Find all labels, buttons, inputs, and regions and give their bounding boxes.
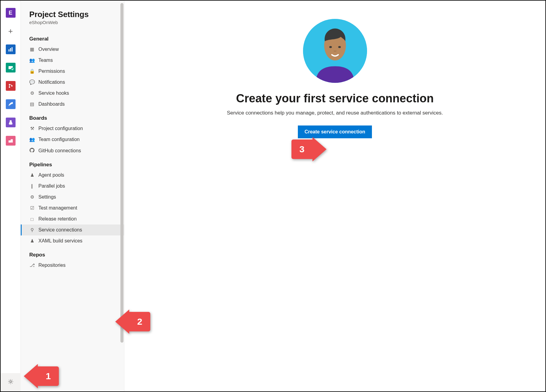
svg-rect-2: [12, 47, 12, 51]
test-mgmt-nav-icon: ☑: [29, 205, 35, 211]
arrow-right-icon: [312, 137, 327, 161]
section-general: General: [21, 30, 124, 44]
nav-test-management[interactable]: ☑ Test management: [21, 203, 124, 214]
nav-label: Service connections: [38, 227, 82, 233]
nav-repositories[interactable]: ⎇ Repositories: [21, 260, 124, 271]
rail-project-badge[interactable]: E: [4, 6, 17, 19]
nav-team-configuration[interactable]: 👥 Team configuration: [21, 134, 124, 145]
project-config-nav-icon: ⚒: [29, 126, 35, 131]
app-root: E +: [1, 1, 545, 391]
arrow-left-icon: [115, 309, 129, 334]
project-initial-badge: E: [6, 8, 16, 18]
dashboards-nav-icon: ▤: [29, 101, 35, 107]
repos-icon: [6, 81, 16, 91]
callout-2: 2: [115, 309, 150, 334]
arrow-left-icon: [24, 364, 38, 388]
overview-nav-icon: ▦: [29, 47, 35, 52]
settings-scroll[interactable]: Project Settings eShopOnWeb General ▦ Ov…: [21, 1, 124, 391]
nav-label: Release retention: [38, 216, 77, 222]
nav-pipeline-settings[interactable]: ⚙ Settings: [21, 192, 124, 203]
nav-label: XAML build services: [38, 238, 82, 244]
nav-label: GitHub connections: [38, 148, 81, 154]
notifications-nav-icon: 💬: [29, 79, 35, 85]
nav-notifications[interactable]: 💬 Notifications: [21, 77, 124, 88]
svg-rect-1: [10, 48, 11, 51]
xaml-nav-icon: ♟: [29, 238, 35, 244]
rail-repos[interactable]: [4, 79, 17, 93]
nav-label: Test management: [38, 205, 77, 211]
nav-teams[interactable]: 👥 Teams: [21, 55, 124, 66]
svg-point-14: [338, 46, 341, 48]
team-config-nav-icon: 👥: [29, 137, 35, 142]
service-hooks-nav-icon: ⚙: [29, 90, 35, 96]
section-repos: Repos: [21, 246, 124, 260]
nav-parallel-jobs[interactable]: ∥ Parallel jobs: [21, 181, 124, 192]
callout-3: 3: [291, 137, 327, 161]
nav-github-connections[interactable]: GitHub connections: [21, 145, 124, 156]
svg-point-6: [9, 87, 10, 88]
settings-title: Project Settings: [29, 10, 116, 19]
nav-overview[interactable]: ▦ Overview: [21, 44, 124, 55]
callout-2-label: 2: [129, 312, 150, 331]
rail-test-plans[interactable]: [4, 116, 17, 129]
teams-nav-icon: 👥: [29, 58, 35, 63]
callout-1: 1: [24, 364, 59, 388]
nav-label: Project configuration: [38, 126, 83, 131]
gear-icon: [8, 379, 14, 386]
callout-1-label: 1: [38, 366, 59, 386]
nav-permissions[interactable]: 🔒 Permissions: [21, 66, 124, 77]
rail-project-settings[interactable]: [1, 373, 21, 391]
nav-label: Agent pools: [38, 172, 64, 178]
parallel-jobs-nav-icon: ∥: [29, 183, 35, 189]
pipelines-icon: [6, 99, 16, 109]
nav-service-hooks[interactable]: ⚙ Service hooks: [21, 88, 124, 99]
rail-overview[interactable]: [4, 43, 17, 56]
svg-point-8: [9, 105, 10, 106]
section-pipelines: Pipelines: [21, 156, 124, 170]
github-nav-icon: [29, 148, 35, 154]
main-content: Create your first service connection Ser…: [124, 1, 545, 391]
nav-label: Permissions: [38, 69, 65, 74]
settings-subtitle: eShopOnWeb: [29, 20, 116, 25]
rail-boards[interactable]: [4, 61, 17, 74]
hero-description: Service connections help you manage, pro…: [227, 109, 443, 117]
section-boards: Boards: [21, 110, 124, 123]
nav-label: Dashboards: [38, 101, 65, 107]
nav-service-connections[interactable]: ⚲ Service connections: [21, 224, 124, 235]
nav-label: Teams: [38, 58, 53, 63]
rail-pipelines[interactable]: [4, 97, 17, 111]
nav-agent-pools[interactable]: ♟ Agent pools: [21, 170, 124, 181]
nav-release-retention[interactable]: □ Release retention: [21, 214, 124, 224]
hero-avatar: [303, 19, 367, 83]
nav-label: Notifications: [38, 79, 65, 85]
nav-xaml-build-services[interactable]: ♟ XAML build services: [21, 235, 124, 246]
rail-add-button[interactable]: +: [4, 24, 17, 38]
settings-panel: Project Settings eShopOnWeb General ▦ Ov…: [21, 1, 124, 391]
boards-icon: [6, 63, 16, 72]
callout-3-label: 3: [291, 139, 312, 159]
nav-label: Repositories: [38, 263, 66, 268]
svg-rect-10: [11, 139, 13, 143]
permissions-nav-icon: 🔒: [29, 69, 35, 74]
settings-header: Project Settings eShopOnWeb: [21, 10, 124, 30]
create-service-connection-button[interactable]: Create service connection: [298, 125, 372, 138]
repositories-nav-icon: ⎇: [29, 263, 35, 268]
nav-label: Settings: [38, 194, 56, 200]
plus-icon: +: [8, 26, 13, 36]
nav-label: Parallel jobs: [38, 183, 65, 189]
hero-title: Create your first service connection: [236, 92, 434, 105]
rail-artifacts[interactable]: [4, 134, 17, 147]
svg-rect-0: [9, 49, 9, 51]
scrollbar-thumb[interactable]: [120, 3, 123, 343]
overview-icon: [6, 44, 16, 54]
nav-label: Overview: [38, 47, 59, 52]
svg-point-4: [11, 68, 14, 71]
pipeline-settings-nav-icon: ⚙: [29, 194, 35, 200]
artifacts-icon: [6, 136, 16, 146]
svg-point-5: [9, 84, 10, 85]
left-rail: E +: [1, 1, 21, 391]
nav-project-configuration[interactable]: ⚒ Project configuration: [21, 123, 124, 134]
nav-dashboards[interactable]: ▤ Dashboards: [21, 99, 124, 110]
svg-rect-9: [9, 140, 11, 143]
agent-pools-nav-icon: ♟: [29, 172, 35, 178]
